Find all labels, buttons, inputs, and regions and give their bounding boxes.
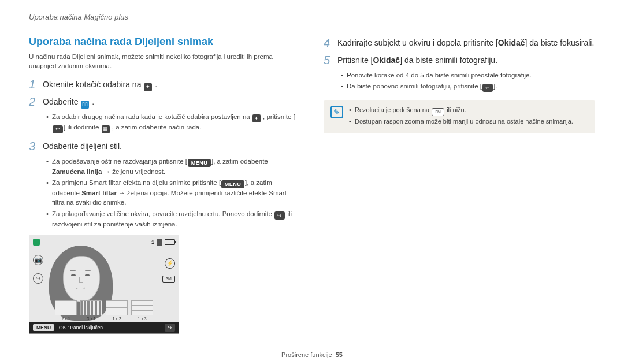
back-icon: ↩ <box>53 125 63 133</box>
preview-menu-button[interactable]: MENU <box>33 324 54 331</box>
intro-text: U načinu rada Dijeljeni snimak, možete s… <box>29 53 300 70</box>
section-heading: Uporaba načina rada Dijeljeni snimak <box>29 36 300 48</box>
resolution-badge: 3M <box>162 276 175 283</box>
step-number-5: 5 <box>324 53 332 67</box>
step-5-sub-b: Da biste ponovno snimili fotografiju, pr… <box>341 81 595 92</box>
step-3-text: Odaberite dijeljeni stil. <box>43 139 122 152</box>
step-3-sub-c: Za prilagođavanje veličine okvira, povuc… <box>46 209 300 229</box>
step-1-text: Okrenite kotačić odabira na ✦ . <box>43 77 157 91</box>
note-item-b: Dostupan raspon zooma može biti manji u … <box>349 117 573 126</box>
step-5-sub-a: Ponovite korake od 4 do 5 da biste snimi… <box>341 70 595 80</box>
note-item-a: Rezolucija je podešena na 3M ili nižu. <box>349 106 573 116</box>
step-number-1: 1 <box>29 77 37 91</box>
split-mode-icon: ▯▯ <box>81 101 89 109</box>
storage-icon <box>157 239 162 246</box>
step-number-2: 2 <box>29 95 37 109</box>
flash-icon: ⚡ <box>165 258 175 269</box>
menu-button-icon: MENU <box>221 180 244 188</box>
camera-side-icon: 📷 <box>33 255 43 265</box>
undo-icon: ↪ <box>274 211 285 220</box>
page-footer: Proširene funkcije 55 <box>0 351 624 358</box>
breadcrumb: Uporaba načina Magično plus <box>29 13 595 25</box>
mode-dial-icon: ✦ <box>144 83 152 91</box>
preview-status-text: OK : Panel isključen <box>59 325 103 330</box>
step-2-text: Odaberite ▯▯ . <box>43 95 94 109</box>
step-number-3: 3 <box>29 139 37 153</box>
battery-icon <box>165 239 175 245</box>
step-4-text: Kadrirajte subjekt u okviru i dopola pri… <box>337 36 594 49</box>
shot-counter: 1 <box>151 239 154 245</box>
preview-mode-badge-icon <box>33 239 40 246</box>
step-3-sub-a: Za podešavanje oštrine razdvajanja priti… <box>46 157 300 176</box>
mode-dial-icon: ✦ <box>252 114 261 122</box>
note-icon: ✎ <box>330 106 343 118</box>
resolution-3m-icon: 3M <box>432 108 444 116</box>
note-box: ✎ Rezolucija je podešena na 3M ili nižu.… <box>324 100 595 133</box>
split-layout-1x3[interactable]: 1 x 3 <box>131 300 153 321</box>
mode-select-icon: ▦ <box>102 125 110 133</box>
undo-side-icon: ↪ <box>33 273 43 284</box>
left-column: Uporaba načina rada Dijeljeni snimak U n… <box>29 36 300 334</box>
step-5-text: Pritisnite [Okidač] da biste snimili fot… <box>337 53 497 66</box>
menu-button-icon: MENU <box>188 159 211 167</box>
split-layout-1x2[interactable]: 1 x 2 <box>106 300 128 321</box>
split-layout-2x1[interactable]: 2 x 1 <box>55 300 77 321</box>
back-icon: ↩ <box>482 84 493 92</box>
step-3-sub-b: Za primjenu Smart filtar efekta na dijel… <box>46 178 300 207</box>
step-2-sub: Za odabir drugog načina rada kada je kot… <box>46 112 300 133</box>
step-number-4: 4 <box>324 36 332 50</box>
split-layout-3x1[interactable]: 3 x 1 <box>80 300 102 321</box>
camera-preview-figure: 1 📷 ↪ ⚡ 3M <box>29 235 179 334</box>
preview-forward-button[interactable]: ↪ <box>165 324 175 332</box>
right-column: 4 Kadrirajte subjekt u okviru i dopola p… <box>324 36 595 334</box>
